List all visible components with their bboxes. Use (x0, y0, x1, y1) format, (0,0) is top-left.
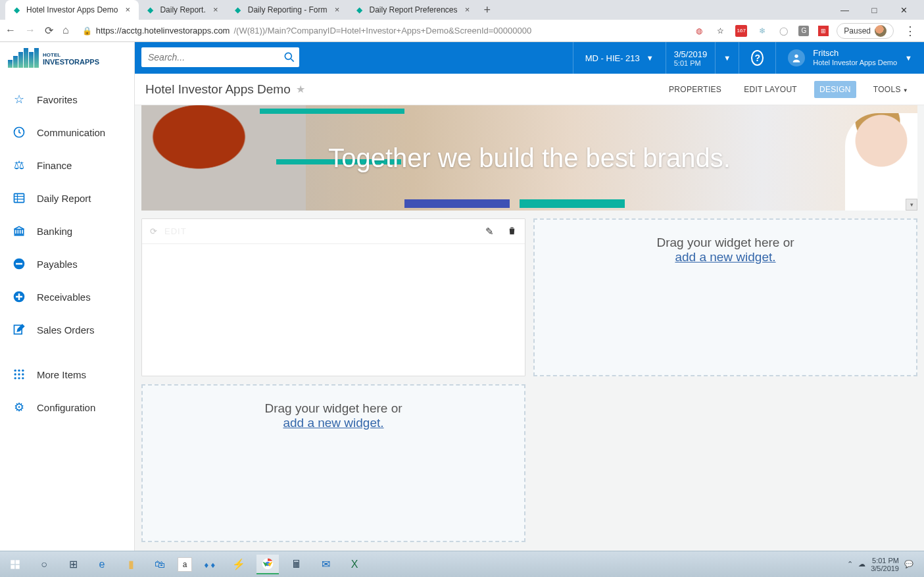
browser-tab[interactable]: ◆ Daily Report. × (139, 0, 226, 20)
caret-down-icon: ▼ (903, 88, 908, 93)
start-button[interactable] (4, 555, 26, 574)
browser-tab[interactable]: ◆ Daily Reporting - Form × (227, 0, 349, 20)
tab-favicon-icon: ◆ (233, 5, 243, 14)
date-dropdown-button[interactable]: ▼ (715, 42, 739, 74)
browser-tab[interactable]: ◆ Daily Report Preferences × (348, 0, 478, 20)
sidebar-item-payables[interactable]: Payables (0, 247, 134, 280)
svg-point-27 (22, 377, 24, 379)
sidebar-item-daily-report[interactable]: Daily Report (0, 182, 134, 214)
sidebar-item-configuration[interactable]: ⚙ Configuration (0, 391, 134, 424)
sidebar-item-banking[interactable]: Banking (0, 214, 134, 247)
nav-home-button[interactable]: ⌂ (62, 24, 69, 37)
help-button[interactable]: ? (739, 42, 775, 74)
sidebar-item-favorites[interactable]: ☆ Favorites (0, 83, 134, 116)
sidebar-item-label: Daily Report (37, 193, 91, 204)
window-maximize-button[interactable]: □ (860, 0, 889, 20)
taskbar-app-chrome[interactable] (256, 555, 279, 574)
tab-close-icon[interactable]: × (123, 5, 132, 14)
profile-paused-chip[interactable]: Paused (837, 23, 894, 39)
nav-back-button[interactable]: ← (5, 24, 16, 37)
add-widget-link[interactable]: add a new widget. (283, 416, 383, 430)
user-company: Hotel Investor Apps Demo (813, 58, 897, 68)
star-icon: ☆ (12, 92, 26, 107)
nav-forward-button[interactable]: → (25, 24, 36, 37)
taskbar-app-outlook[interactable]: ✉ (314, 555, 337, 574)
taskbar-app-store[interactable]: 🛍 (149, 555, 171, 574)
content-area: Hotel Investor Apps Demo ★ PROPERTIES ED… (135, 74, 924, 551)
sidebar-item-more[interactable]: More Items (0, 358, 134, 391)
taskbar-app-edge[interactable]: e (91, 555, 113, 574)
task-view-button[interactable]: ⊞ (62, 555, 84, 574)
taskbar-app-amazon[interactable]: a (178, 557, 192, 572)
extension-icon[interactable]: ⊞ (818, 26, 829, 36)
extension-icon[interactable]: G (798, 26, 809, 36)
taskbar-app-calculator[interactable]: 🖩 (285, 555, 308, 574)
favorite-star-icon[interactable]: ★ (296, 83, 305, 95)
tray-clock[interactable]: 5:01 PM 3/5/2019 (871, 557, 899, 572)
tab-close-icon[interactable]: × (332, 5, 341, 14)
extension-icon[interactable]: ◍ (693, 25, 705, 37)
search-input[interactable] (141, 52, 280, 63)
window-close-button[interactable]: ✕ (889, 0, 919, 20)
widget-delete-icon[interactable] (507, 226, 517, 238)
business-date: 3/5/2019 5:01 PM (666, 42, 716, 74)
browser-toolbar: ← → ⟳ ⌂ 🔒 https://acctg.hotelinvestorapp… (0, 20, 924, 42)
nav-reload-button[interactable]: ⟳ (45, 24, 53, 37)
bookmark-star-icon[interactable]: ☆ (714, 25, 726, 37)
address-bar[interactable]: 🔒 https://acctg.hotelinvestorapps.com/(W… (77, 23, 686, 38)
extension-icon[interactable]: ◯ (777, 25, 789, 37)
hero-headline: Together we build the best brands. (328, 143, 731, 173)
hero-scroll-button[interactable]: ▾ (906, 199, 917, 211)
cortana-button[interactable]: ○ (33, 555, 55, 574)
extension-badge-icon[interactable]: 167 (735, 25, 747, 37)
widget-refresh-icon[interactable]: ⟳ (150, 226, 158, 236)
taskbar-app-dropbox[interactable]: ⬧⬧ (199, 555, 221, 574)
svg-point-25 (14, 377, 16, 379)
url-host: https://acctg.hotelinvestorapps.com (96, 26, 230, 36)
page-tool-edit-layout[interactable]: EDIT LAYOUT (739, 81, 802, 98)
tray-onedrive-icon[interactable]: ☁ (858, 560, 865, 568)
sidebar-item-label: Finance (37, 160, 72, 171)
taskbar-app-excel[interactable]: X (343, 555, 366, 574)
extension-icon[interactable]: ❄ (756, 25, 768, 37)
logo-graphic-icon (8, 48, 39, 68)
new-tab-button[interactable]: + (479, 1, 497, 19)
widget-drop-zone[interactable]: Drag your widget here or add a new widge… (533, 218, 917, 376)
tab-close-icon[interactable]: × (463, 5, 472, 14)
sidebar-item-sales-orders[interactable]: Sales Orders (0, 313, 134, 346)
tray-notifications-icon[interactable]: 💬 (904, 560, 913, 568)
add-widget-link[interactable]: add a new widget. (675, 250, 775, 264)
search-box[interactable] (141, 47, 299, 67)
sidebar-item-label: Communication (37, 127, 105, 138)
time-value: 5:01 PM (674, 59, 701, 67)
tab-close-icon[interactable]: × (211, 5, 220, 14)
tray-icon[interactable]: ⌃ (847, 560, 853, 568)
user-menu[interactable]: Fritsch Hotel Investor Apps Demo ▼ (775, 42, 924, 74)
browser-menu-button[interactable]: ⋮ (902, 24, 919, 38)
company-label: MD - HIE- 213 (585, 53, 640, 63)
company-selector[interactable]: MD - HIE- 213 ▼ (573, 42, 666, 74)
page-tool-design[interactable]: DESIGN (814, 81, 856, 98)
chevron-down-icon: ▼ (723, 54, 731, 62)
svg-rect-29 (16, 560, 20, 564)
gear-icon: ⚙ (12, 400, 26, 414)
page-tool-properties[interactable]: PROPERTIES (664, 81, 727, 98)
tab-favicon-icon: ◆ (12, 5, 21, 14)
app-logo[interactable]: HOTEL INVESTORAPPS (0, 42, 135, 74)
sidebar-item-label: Sales Orders (37, 324, 95, 336)
page-tool-tools[interactable]: TOOLS▼ (868, 81, 913, 98)
widget-edit-icon[interactable]: ✎ (485, 226, 494, 238)
sidebar: ☆ Favorites Communication ⚖ Finance Dail… (0, 74, 135, 551)
app-header: HOTEL INVESTORAPPS MD - HIE- 213 ▼ 3/5/2… (0, 42, 924, 74)
search-icon[interactable] (280, 51, 299, 64)
sidebar-item-receivables[interactable]: Receivables (0, 280, 134, 313)
taskbar-app-explorer[interactable]: ▮ (120, 555, 142, 574)
browser-tab[interactable]: ◆ Hotel Investor Apps Demo × (5, 0, 139, 20)
taskbar-app-lightning[interactable]: ⚡ (228, 555, 250, 574)
window-minimize-button[interactable]: — (830, 0, 860, 20)
sidebar-item-finance[interactable]: ⚖ Finance (0, 149, 134, 182)
widget-drop-zone[interactable]: Drag your widget here or add a new widge… (141, 384, 525, 542)
drop-zone-text: Drag your widget here or (656, 236, 794, 250)
sidebar-item-communication[interactable]: Communication (0, 116, 134, 149)
svg-rect-28 (11, 560, 14, 564)
